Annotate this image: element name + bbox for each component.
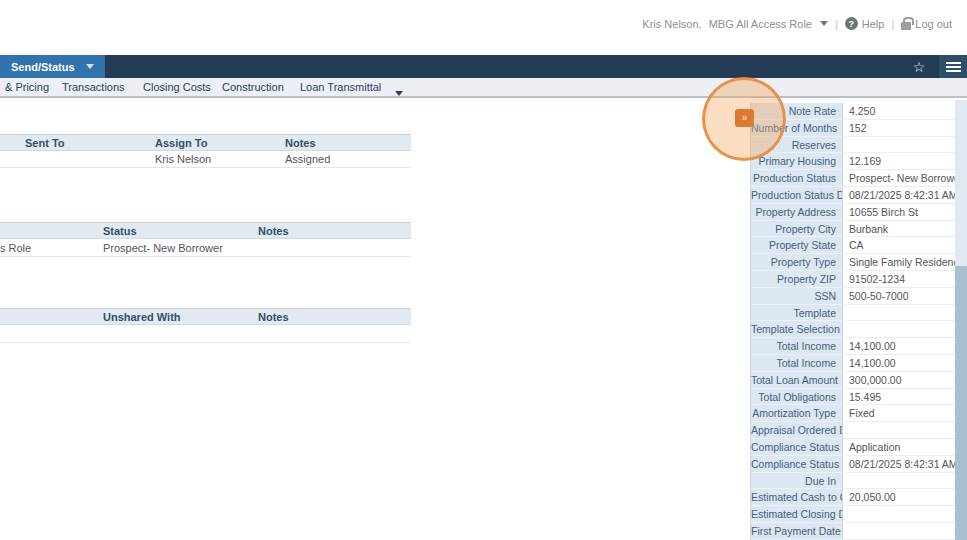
field-label: Estimated Cash to Close — [751, 489, 843, 506]
field-label: Production Status — [751, 170, 843, 187]
field-row: Total Loan Amount 300,000.00 — [751, 372, 955, 389]
field-row: Property City Burbank — [751, 221, 955, 238]
field-row: Due In — [751, 473, 955, 490]
table-row[interactable]: s Role Prospect- New Borrower — [0, 239, 411, 257]
field-row: Template Selection Date — [751, 321, 955, 338]
chevron-down-icon — [820, 21, 828, 26]
field-row: Total Income 14,100.00 — [751, 355, 955, 372]
table-header-row: Sent To Assign To Notes — [0, 134, 411, 151]
field-label: Property City — [751, 221, 843, 238]
field-label: Reserves — [751, 137, 843, 154]
column-header: Unshared With — [103, 311, 258, 323]
field-label: Number of Months — [751, 120, 843, 137]
field-value: 15.495 — [843, 389, 955, 406]
chevron-down-icon — [86, 64, 94, 69]
field-row: Estimated Closing Date — [751, 506, 955, 523]
table-header-row: Status Notes — [0, 222, 411, 239]
tab-transactions[interactable]: Transactions — [62, 78, 125, 97]
field-row: Property Type Single Family Residence — [751, 254, 955, 271]
field-row: Property State CA — [751, 237, 955, 254]
table-row[interactable]: Kris Nelson Assigned — [0, 151, 411, 168]
field-value: 20,050.00 — [843, 489, 955, 506]
tab-loan-transmittal[interactable]: Loan Transmittal — [300, 78, 381, 97]
vertical-scrollbar[interactable] — [955, 100, 967, 540]
field-row: Compliance Status Date 08/21/2025 8:42:3… — [751, 456, 955, 473]
cell-role: s Role — [0, 242, 103, 254]
field-label: Property Type — [751, 254, 843, 271]
field-value: 4.250 — [843, 103, 955, 120]
main-nav-bar: Send/Status ☆ — [0, 55, 967, 78]
tab-pricing[interactable]: & Pricing — [5, 78, 49, 97]
favorite-star-button[interactable]: ☆ — [906, 55, 932, 78]
field-label: First Payment Date — [751, 523, 843, 540]
field-row: Total Income 14,100.00 — [751, 338, 955, 355]
assignment-table: Sent To Assign To Notes Kris Nelson Assi… — [0, 134, 411, 168]
user-name: Kris Nelson, — [642, 18, 701, 30]
field-value: 08/21/2025 8:42:31 AM — [843, 456, 955, 473]
tab-send-status-label: Send/Status — [11, 61, 75, 73]
field-value: 14,100.00 — [843, 355, 955, 372]
table-row[interactable] — [0, 325, 411, 343]
help-link[interactable]: ? Help — [845, 17, 885, 30]
field-value: Burbank — [843, 221, 955, 238]
help-label: Help — [862, 18, 885, 30]
column-header: Status — [103, 225, 258, 237]
field-label: Appraisal Ordered Date — [751, 422, 843, 439]
tab-send-status[interactable]: Send/Status — [0, 55, 105, 78]
cell-assign-to: Kris Nelson — [155, 153, 285, 165]
field-value — [843, 422, 955, 439]
hamburger-icon — [946, 62, 961, 64]
divider: | — [835, 18, 838, 30]
field-row: Appraisal Ordered Date — [751, 422, 955, 439]
field-row: Template — [751, 305, 955, 322]
field-row: Property ZIP 91502-1234 — [751, 271, 955, 288]
field-label: SSN — [751, 288, 843, 305]
field-label: Property Address — [751, 204, 843, 221]
field-value — [843, 305, 955, 322]
hamburger-menu-button[interactable] — [939, 55, 967, 78]
loan-summary-panel: Note Rate 4.250 Number of Months 152 Res… — [750, 103, 955, 540]
logout-link[interactable]: Log out — [901, 18, 952, 30]
field-label: Primary Housing — [751, 153, 843, 170]
field-value: 152 — [843, 120, 955, 137]
field-label: Note Rate — [751, 103, 843, 120]
field-value — [843, 473, 955, 490]
field-row: Total Obligations 15.495 — [751, 389, 955, 406]
field-value: Prospect- New Borrower — [843, 170, 955, 187]
field-value: 300,000.00 — [843, 372, 955, 389]
field-label: Production Status Date — [751, 187, 843, 204]
tab-overflow-button[interactable] — [391, 86, 403, 98]
status-table: Status Notes s Role Prospect- New Borrow… — [0, 222, 411, 257]
user-role-dropdown[interactable]: MBG All Access Role — [709, 18, 828, 30]
field-label: Total Loan Amount — [751, 372, 843, 389]
field-label: Estimated Closing Date — [751, 506, 843, 523]
field-row: Amortization Type Fixed — [751, 405, 955, 422]
field-label: Total Income — [751, 338, 843, 355]
field-value: 08/21/2025 8:42:31 AM — [843, 187, 955, 204]
field-row: Property Address 10655 Birch St — [751, 204, 955, 221]
field-row: SSN 500-50-7000 — [751, 288, 955, 305]
field-label: Property ZIP — [751, 271, 843, 288]
field-value: 10655 Birch St — [843, 204, 955, 221]
field-row: Number of Months 152 — [751, 120, 955, 137]
field-label: Total Income — [751, 355, 843, 372]
field-label: Template Selection Date — [751, 321, 843, 338]
field-row: Production Status Date 08/21/2025 8:42:3… — [751, 187, 955, 204]
cell-status: Prospect- New Borrower — [103, 242, 258, 254]
user-info-bar: Kris Nelson, MBG All Access Role | ? Hel… — [642, 17, 952, 30]
field-label: Compliance Status — [751, 439, 843, 456]
field-row: Compliance Status Application — [751, 439, 955, 456]
top-header: Kris Nelson, MBG All Access Role | ? Hel… — [0, 0, 967, 55]
field-value — [843, 506, 955, 523]
scrollbar-thumb[interactable] — [955, 266, 967, 540]
column-header: Notes — [258, 311, 411, 323]
panel-collapse-button[interactable]: » — [735, 109, 754, 127]
app-window: Kris Nelson, MBG All Access Role | ? Hel… — [0, 0, 967, 540]
user-role-label: MBG All Access Role — [709, 18, 812, 30]
table-header-row: Unshared With Notes — [0, 308, 411, 325]
field-value: 500-50-7000 — [843, 288, 955, 305]
form-tab-bar: & Pricing Transactions Closing Costs Con… — [0, 78, 967, 98]
chevron-down-icon — [395, 91, 403, 96]
tab-construction[interactable]: Construction — [222, 78, 284, 97]
tab-closing-costs[interactable]: Closing Costs — [143, 78, 211, 97]
